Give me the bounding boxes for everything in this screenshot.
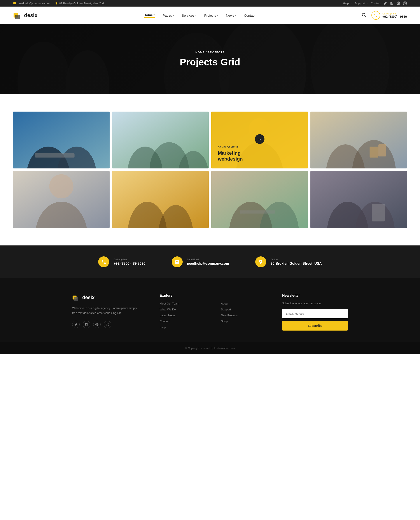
header: desix Home ▾ Pages ▾ Services ▾ Projects… (0, 7, 420, 24)
footer-link-meet-our-team[interactable]: Meet Our Team (160, 302, 203, 305)
facebook-icon[interactable] (390, 1, 394, 5)
footer-link-new-projects[interactable]: New Projects (221, 314, 265, 317)
footer-instagram-btn[interactable] (104, 321, 111, 328)
footer-phone-icon (98, 256, 109, 267)
footer-newsletter-col: Newsletter Subscribe for our latest reso… (282, 294, 348, 332)
nav-projects[interactable]: Projects ▾ (204, 14, 218, 17)
footer-address-label: Addres (270, 258, 322, 261)
email-icon (13, 2, 16, 5)
topbar-left: needhelp@company.com 88 Broklyn Golden S… (13, 2, 105, 5)
footer-newsletter-subtitle: Subscribe for our latest resources (282, 302, 348, 305)
footer-newsletter-title: Newsletter (282, 294, 348, 298)
logo[interactable]: desix (13, 11, 38, 20)
project-title: Marketingwebdesign (218, 150, 243, 162)
nav-news[interactable]: News ▾ (226, 14, 236, 17)
breadcrumb-current: PROJECTS (208, 51, 225, 54)
nav-pages-chevron: ▾ (173, 14, 174, 17)
nav-news-chevron: ▾ (235, 14, 236, 17)
nav-services-chevron: ▾ (195, 14, 196, 17)
project-item-3[interactable]: → DEVELOPMENT Marketingwebdesign (211, 112, 308, 168)
project-image-1 (13, 112, 110, 168)
project-image-6 (112, 171, 209, 228)
project-item-1[interactable] (13, 112, 110, 168)
footer-contact-email: Send Email needhelp@company.com (172, 256, 229, 267)
topbar-support[interactable]: Support (355, 2, 365, 5)
nav-pages[interactable]: Pages ▾ (163, 14, 174, 17)
nav-services[interactable]: Services ▾ (182, 14, 196, 17)
footer-socials (72, 321, 142, 328)
project-image-5 (13, 171, 110, 228)
topbar-help[interactable]: Help (343, 2, 349, 5)
project-item-8[interactable] (310, 171, 407, 228)
svg-rect-43 (240, 211, 275, 213)
footer-bottom: © Copyright reserved by kodesolution.com (0, 342, 420, 354)
project-arrow-icon: → (255, 134, 264, 144)
project-item-5[interactable] (13, 171, 110, 228)
footer-email-icon (172, 256, 183, 267)
project-item-2[interactable] (112, 112, 209, 168)
footer-link-support[interactable]: Support (221, 308, 265, 311)
footer-email-value: needhelp@company.com (187, 262, 229, 266)
page-title: Projects Grid (180, 57, 240, 68)
nav-home[interactable]: Home ▾ (144, 13, 155, 18)
svg-rect-29 (370, 147, 378, 158)
footer-pinterest-btn[interactable] (93, 321, 101, 328)
footer-link-latest-news[interactable]: Latest News (160, 314, 203, 317)
projects-grid: → DEVELOPMENT Marketingwebdesign (13, 112, 407, 228)
footer-twitter-btn[interactable] (72, 321, 80, 328)
subscribe-button[interactable]: Subscribe (282, 321, 348, 331)
logo-text: desix (24, 12, 38, 18)
instagram-icon[interactable] (403, 1, 407, 5)
nav-projects-chevron: ▾ (217, 14, 218, 17)
project-item-6[interactable] (112, 171, 209, 228)
project-item-7[interactable] (211, 171, 308, 228)
footer-brand-col: desix Welcome to our digital agency. Lor… (72, 294, 142, 332)
call-box: Call Anytime +92 (8800) - 9850 (371, 11, 407, 20)
svg-point-2 (362, 13, 365, 16)
footer-phone-label: Call Anytime (113, 258, 145, 261)
newsletter-email-input[interactable] (282, 309, 348, 318)
svg-rect-30 (378, 144, 386, 156)
topbar: needhelp@company.com 88 Broklyn Golden S… (0, 0, 420, 7)
footer-link-faqs[interactable]: Faqs (160, 325, 203, 329)
footer-facebook-btn[interactable] (83, 321, 90, 328)
breadcrumb: HOME / PROJECTS (180, 51, 240, 54)
breadcrumb-home[interactable]: HOME (195, 51, 205, 54)
nav-contact[interactable]: Contact (244, 14, 255, 17)
project-item-4[interactable] (310, 112, 407, 168)
project-image-7 (211, 171, 308, 228)
project-category: DEVELOPMENT (218, 146, 239, 149)
topbar-email: needhelp@company.com (13, 2, 50, 5)
svg-point-33 (49, 174, 73, 198)
project-image-2 (112, 112, 209, 168)
topbar-contact[interactable]: Contact (371, 2, 381, 5)
footer-contact-address: Addres 30 Broklyn Golden Street, USA (255, 256, 322, 267)
topbar-address: 88 Broklyn Golden Street, New York (55, 2, 105, 5)
breadcrumb-sep: / (206, 51, 207, 54)
footer-explore-col: Explore Meet Our Team What We Do Latest … (160, 294, 203, 332)
svg-rect-48 (372, 204, 385, 221)
footer-link-contact[interactable]: Contact (160, 320, 203, 323)
svg-line-3 (365, 16, 366, 17)
footer-explore-title: Explore (160, 294, 203, 298)
footer-link-shop[interactable]: Shop (221, 320, 265, 323)
logo-icon (13, 11, 22, 20)
projects-section: → DEVELOPMENT Marketingwebdesign (0, 94, 420, 245)
svg-rect-15 (35, 153, 74, 158)
twitter-icon[interactable] (383, 1, 387, 5)
project-overlay: → DEVELOPMENT Marketingwebdesign (211, 112, 308, 168)
footer-link-about[interactable]: About (221, 302, 265, 305)
copyright-text: © Copyright reserved by kodesolution.com (185, 347, 235, 350)
topbar-divider2: / (368, 2, 368, 5)
footer-link-what-we-do[interactable]: What We Do (160, 308, 203, 311)
location-icon (55, 2, 58, 5)
nav-home-chevron: ▾ (154, 14, 155, 16)
footer-address-info: Addres 30 Broklyn Golden Street, USA (270, 258, 322, 266)
project-image-8 (310, 171, 407, 228)
footer-address-value: 30 Broklyn Golden Street, USA (270, 262, 322, 266)
pinterest-icon[interactable] (396, 1, 400, 5)
header-right: Call Anytime +92 (8800) - 9850 (361, 11, 407, 20)
search-button[interactable] (361, 13, 366, 18)
footer-description: Welcome to our digital agency. Lorem ips… (72, 306, 142, 316)
call-number: +92 (8800) - 9850 (382, 15, 407, 18)
